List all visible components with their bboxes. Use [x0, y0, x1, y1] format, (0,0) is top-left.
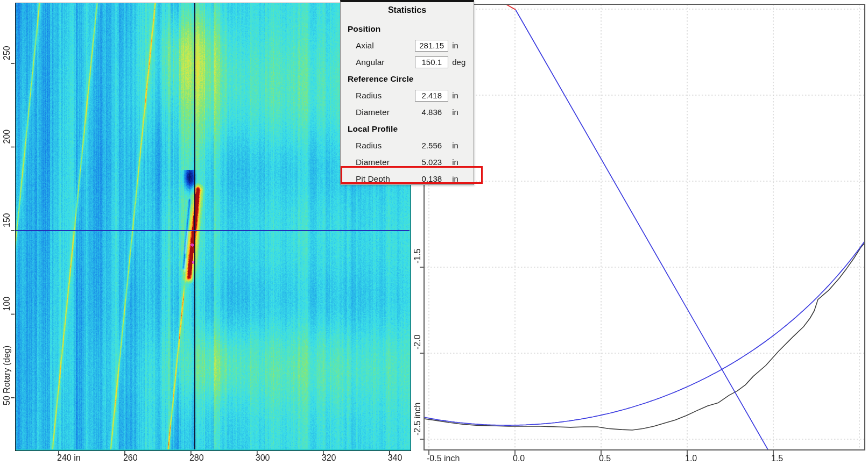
profile-y-tick-label: -2.0: [413, 334, 422, 349]
stat-pit-depth-row: Pit Depth0.138in: [341, 170, 474, 187]
stat-axial-unit: in: [452, 41, 470, 50]
heatmap-y-tick-label: 150: [2, 213, 11, 227]
stat-ref-diameter-label: Diameter: [356, 108, 415, 117]
stat-axial-input[interactable]: [415, 40, 448, 52]
stat-pit-depth-value: 0.138: [415, 174, 448, 183]
heatmap-x-tick-label: 320: [322, 453, 336, 462]
profile-x-tick-label: -0.5 inch: [427, 454, 460, 463]
stat-local-diameter-value: 5.023: [415, 158, 448, 167]
stats-section-reference-circle: Reference Circle: [341, 70, 474, 87]
profile-x-tick-label: 0.0: [513, 454, 525, 463]
stat-angular-label: Angular: [356, 58, 415, 67]
stat-ref-diameter-value: 4.836: [415, 108, 448, 117]
stat-angular-input[interactable]: [415, 56, 448, 68]
stat-ref-diameter-row: Diameter4.836in: [341, 104, 474, 120]
stat-local-diameter-label: Diameter: [356, 158, 415, 167]
heatmap-y-tick-label: 250: [2, 46, 11, 60]
stat-local-diameter-row: Diameter5.023in: [341, 154, 474, 170]
stat-local-radius-value: 2.556: [415, 141, 448, 150]
heatmap-y-tick-label: 200: [2, 130, 11, 144]
stat-local-diameter-unit: in: [452, 158, 470, 167]
heatmap-x-tick-label: 340: [388, 453, 403, 462]
stat-axial-label: Axial: [356, 41, 415, 51]
stat-ref-radius-unit: in: [452, 91, 470, 100]
profile-y-tick-label: -1.5: [413, 248, 422, 263]
heatmap-y-tick-label: 50 Rotary (deg): [2, 346, 11, 405]
stat-local-radius-unit: in: [452, 141, 470, 150]
stat-angular-row: Angulardeg: [341, 54, 474, 70]
heatmap-y-tick-label: 100: [2, 297, 11, 311]
profile-x-tick-label: 0.5: [599, 454, 611, 463]
heatmap-crosshair-vertical[interactable]: [194, 3, 195, 449]
stat-pit-depth-unit: in: [452, 174, 470, 183]
heatmap-crosshair-horizontal[interactable]: [16, 230, 410, 231]
stats-section-position: Position: [341, 20, 474, 37]
stats-section-local-profile: Local Profile: [341, 120, 474, 137]
stat-local-radius-row: Radius2.556in: [341, 137, 474, 154]
stat-ref-radius-row: Radiusin: [341, 87, 474, 104]
stat-ref-radius-input[interactable]: [415, 90, 448, 102]
profile-x-tick-label: 1.0: [685, 454, 697, 463]
statistics-title: Statistics: [341, 2, 474, 20]
heatmap-x-tick-label: 240 in: [57, 453, 81, 462]
heatmap-x-tick-label: 260: [123, 453, 138, 462]
stat-pit-depth-label: Pit Depth: [356, 174, 415, 184]
stat-axial-row: Axialin: [341, 37, 474, 54]
profile-y-tick-label: -2.5 inch: [413, 403, 422, 435]
statistics-body: PositionAxialinAngulardegReference Circl…: [341, 20, 474, 187]
profile-x-tick-label: 1.5: [771, 454, 783, 463]
stat-ref-diameter-unit: in: [452, 108, 470, 117]
stat-angular-unit: deg: [452, 58, 470, 67]
heatmap-x-tick-label: 300: [256, 453, 270, 462]
heatmap-x-tick-label: 280: [189, 453, 204, 462]
profile-plot-surface[interactable]: [424, 4, 865, 450]
stat-ref-radius-label: Radius: [356, 91, 415, 101]
stat-local-radius-label: Radius: [356, 141, 415, 151]
statistics-panel: Statistics PositionAxialinAngulardegRefe…: [340, 0, 474, 185]
